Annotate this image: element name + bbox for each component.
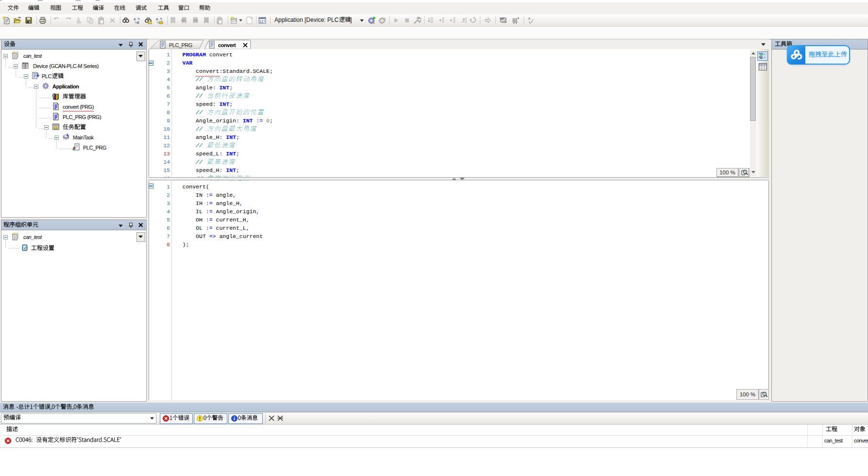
svg-text:A: A	[156, 17, 158, 21]
svg-text:A: A	[134, 17, 136, 21]
